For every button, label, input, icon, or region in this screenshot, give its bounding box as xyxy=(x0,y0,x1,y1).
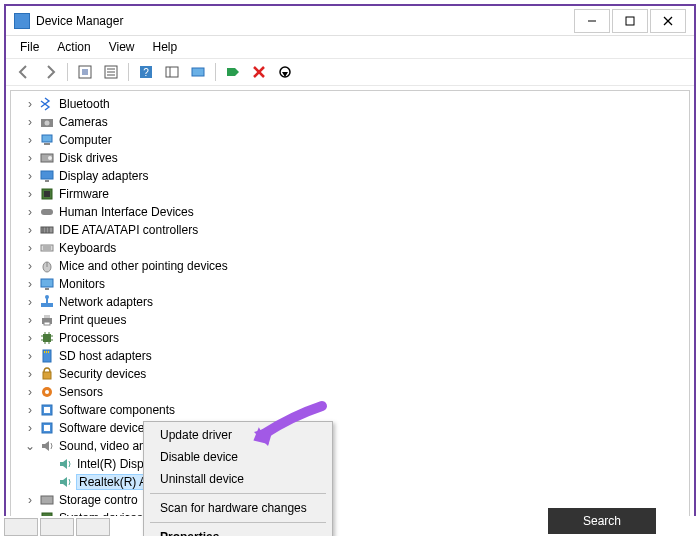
tree-node-hid[interactable]: ›Human Interface Devices xyxy=(13,203,687,221)
tree-node-label: Cameras xyxy=(59,115,108,129)
tree-node-storage[interactable]: ›Storage contro xyxy=(13,491,687,509)
menu-action[interactable]: Action xyxy=(49,38,98,56)
svg-point-20 xyxy=(45,121,50,126)
chevron-right-icon[interactable]: › xyxy=(23,313,37,327)
ctx-separator xyxy=(150,493,326,494)
chevron-right-icon[interactable]: › xyxy=(23,349,37,363)
tree-node-network[interactable]: ›Network adapters xyxy=(13,293,687,311)
chevron-right-icon[interactable]: › xyxy=(23,367,37,381)
chevron-down-icon[interactable]: ⌄ xyxy=(23,439,37,453)
close-button[interactable] xyxy=(650,9,686,33)
chevron-right-icon[interactable]: › xyxy=(23,115,37,129)
chevron-right-icon[interactable]: › xyxy=(23,403,37,417)
storage-icon xyxy=(39,492,55,508)
network-icon xyxy=(39,294,55,310)
tree-node-computer[interactable]: ›Computer xyxy=(13,131,687,149)
minimize-button[interactable] xyxy=(574,9,610,33)
forward-button[interactable] xyxy=(38,61,62,83)
tree-node-sensor[interactable]: ›Sensors xyxy=(13,383,687,401)
chevron-right-icon[interactable]: › xyxy=(23,223,37,237)
svg-rect-58 xyxy=(46,351,47,353)
hid-icon xyxy=(39,204,55,220)
device-tree-panel[interactable]: ›Bluetooth›Cameras›Computer›Disk drives›… xyxy=(10,90,690,526)
chevron-right-icon[interactable]: › xyxy=(23,277,37,291)
monitor-icon xyxy=(39,276,55,292)
tree-node-label: Monitors xyxy=(59,277,105,291)
chevron-right-icon[interactable]: › xyxy=(23,331,37,345)
chevron-right-icon[interactable]: › xyxy=(23,385,37,399)
printer-icon xyxy=(39,312,55,328)
tree-node-software[interactable]: ›Software components xyxy=(13,401,687,419)
camera-icon xyxy=(39,114,55,130)
chevron-right-icon[interactable]: › xyxy=(23,295,37,309)
footer-thumb xyxy=(40,518,74,536)
tree-node-camera[interactable]: ›Cameras xyxy=(13,113,687,131)
svg-rect-59 xyxy=(48,351,49,353)
maximize-button[interactable] xyxy=(612,9,648,33)
bluetooth-icon xyxy=(39,96,55,112)
tree-node-ide[interactable]: ›IDE ATA/ATAPI controllers xyxy=(13,221,687,239)
update-driver-button[interactable] xyxy=(186,61,210,83)
ctx-uninstall-device[interactable]: Uninstall device xyxy=(146,468,330,490)
security-icon xyxy=(39,366,55,382)
sensor-icon xyxy=(39,384,55,400)
chevron-right-icon[interactable]: › xyxy=(23,97,37,111)
tree-node-firmware[interactable]: ›Firmware xyxy=(13,185,687,203)
ctx-update-driver[interactable]: Update driver xyxy=(146,424,330,446)
tree-node-disk[interactable]: ›Disk drives xyxy=(13,149,687,167)
svg-rect-28 xyxy=(44,191,50,197)
help-button[interactable]: ? xyxy=(134,61,158,83)
chevron-right-icon[interactable]: › xyxy=(23,241,37,255)
tree-node-bluetooth[interactable]: ›Bluetooth xyxy=(13,95,687,113)
chevron-right-icon[interactable]: › xyxy=(23,493,37,507)
firmware-icon xyxy=(39,186,55,202)
menu-view[interactable]: View xyxy=(101,38,143,56)
context-menu: Update driver Disable device Uninstall d… xyxy=(143,421,333,536)
chevron-right-icon[interactable]: › xyxy=(23,151,37,165)
tree-leaf-sound-device[interactable]: Realtek(R) A xyxy=(13,473,687,491)
chevron-right-icon[interactable]: › xyxy=(23,187,37,201)
chevron-right-icon[interactable]: › xyxy=(23,205,37,219)
disable-button[interactable] xyxy=(273,61,297,83)
toolbar-separator xyxy=(215,63,216,81)
svg-rect-67 xyxy=(41,496,53,504)
tree-node-sd[interactable]: ›SD host adapters xyxy=(13,347,687,365)
svg-rect-39 xyxy=(41,279,53,287)
ctx-scan-hardware[interactable]: Scan for hardware changes xyxy=(146,497,330,519)
tree-node-label: Mice and other pointing devices xyxy=(59,259,228,273)
tree-node-monitor[interactable]: ›Monitors xyxy=(13,275,687,293)
chevron-right-icon[interactable]: › xyxy=(23,169,37,183)
ctx-properties[interactable]: Properties xyxy=(146,526,330,536)
uninstall-button[interactable] xyxy=(247,61,271,83)
tree-node-printer[interactable]: ›Print queues xyxy=(13,311,687,329)
chevron-right-icon[interactable]: › xyxy=(23,133,37,147)
tree-node-processor[interactable]: ›Processors xyxy=(13,329,687,347)
footer-thumb xyxy=(76,518,110,536)
tree-node-sound[interactable]: ⌄Sound, video and game controllers xyxy=(13,437,687,455)
titlebar: Device Manager xyxy=(6,6,694,36)
tree-node-mouse[interactable]: ›Mice and other pointing devices xyxy=(13,257,687,275)
tree-node-security[interactable]: ›Security devices xyxy=(13,365,687,383)
sound-device-icon xyxy=(57,456,73,472)
chevron-right-icon[interactable]: › xyxy=(23,259,37,273)
maximize-icon xyxy=(625,16,635,26)
tree-leaf-sound-device[interactable]: Intel(R) Display Audio xyxy=(13,455,687,473)
scan-button[interactable] xyxy=(221,61,245,83)
show-hidden-button[interactable] xyxy=(73,61,97,83)
properties-button[interactable] xyxy=(99,61,123,83)
chevron-right-icon[interactable]: › xyxy=(23,421,37,435)
ctx-disable-device[interactable]: Disable device xyxy=(146,446,330,468)
sensor-icon xyxy=(39,384,55,400)
back-button[interactable] xyxy=(12,61,36,83)
software-icon xyxy=(39,420,55,436)
sound-icon xyxy=(39,438,55,454)
menu-help[interactable]: Help xyxy=(145,38,186,56)
tree-node-keyboard[interactable]: ›Keyboards xyxy=(13,239,687,257)
tree-node-display[interactable]: ›Display adapters xyxy=(13,167,687,185)
search-button[interactable]: Search xyxy=(548,508,656,534)
monitor-icon xyxy=(39,276,55,292)
view-toggle-button[interactable] xyxy=(160,61,184,83)
disable-icon xyxy=(277,64,293,80)
menu-file[interactable]: File xyxy=(12,38,47,56)
tree-node-software[interactable]: ›Software devices xyxy=(13,419,687,437)
